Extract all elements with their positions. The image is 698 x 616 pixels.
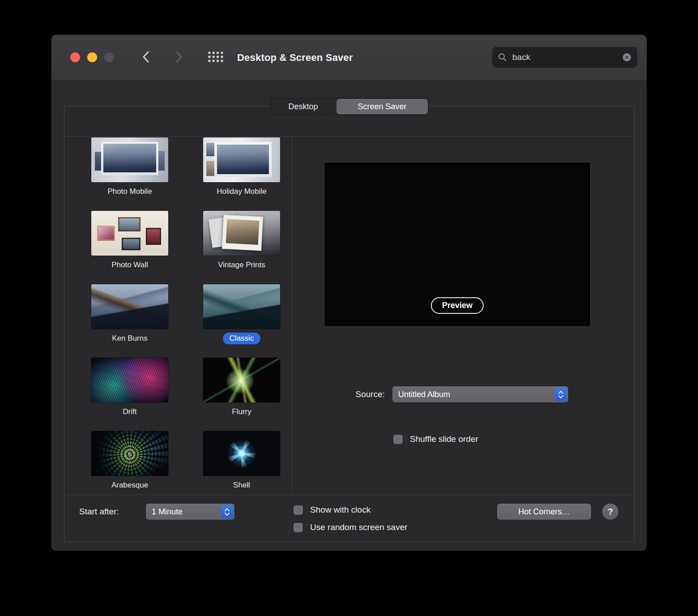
shuffle-checkbox[interactable] <box>393 435 403 444</box>
holiday-mobile-thumbnail[interactable] <box>203 137 280 182</box>
show-with-clock-label[interactable]: Show with clock <box>310 505 370 515</box>
saver-label: Holiday Mobile <box>210 186 273 197</box>
source-selected-value: Untitled Album <box>398 390 450 399</box>
saver-label: Shell <box>226 479 257 491</box>
settings-window: Desktop & Screen Saver Desktop Screen Sa… <box>51 35 647 551</box>
show-with-clock-row: Show with clock <box>294 505 370 515</box>
shell-thumbnail[interactable] <box>203 431 280 476</box>
flurry-thumbnail[interactable] <box>203 358 280 402</box>
vintage-prints-thumbnail[interactable] <box>203 211 280 256</box>
use-random-checkbox[interactable] <box>294 523 303 532</box>
content-area: Photo Mobile Holiday Mobile Photo Wall V… <box>64 136 634 495</box>
popup-stepper-icon <box>555 388 567 401</box>
saver-label: Vintage Prints <box>211 259 272 271</box>
saver-label: Drift <box>116 406 143 418</box>
start-after-label: Start after: <box>79 504 119 520</box>
source-select[interactable]: Untitled Album <box>392 386 568 402</box>
search-field[interactable] <box>492 47 637 68</box>
saver-item-holiday-mobile[interactable]: Holiday Mobile <box>203 137 280 211</box>
show-with-clock-checkbox[interactable] <box>294 505 303 515</box>
saver-label: Classic <box>223 333 261 344</box>
forward-button[interactable] <box>172 51 186 64</box>
saver-list: Photo Mobile Holiday Mobile Photo Wall V… <box>64 137 292 495</box>
saver-item-arabesque[interactable]: Arabesque <box>91 431 168 495</box>
saver-item-photo-wall[interactable]: Photo Wall <box>91 211 168 284</box>
tab-desktop[interactable]: Desktop <box>270 98 336 115</box>
saver-item-drift[interactable]: Drift <box>91 358 168 431</box>
saver-grid: Photo Mobile Holiday Mobile Photo Wall V… <box>64 137 292 495</box>
photo-wall-thumbnail[interactable] <box>91 211 168 256</box>
close-button[interactable] <box>70 52 80 62</box>
use-random-row: Use random screen saver <box>294 522 408 532</box>
saver-options-pane: Preview Source: Untitled Album Shuffle s… <box>293 137 634 495</box>
saver-item-classic[interactable]: Classic <box>203 284 280 358</box>
ken-burns-thumbnail[interactable] <box>91 284 168 329</box>
start-after-selected-value: 1 Minute <box>152 507 183 517</box>
saver-label: Ken Burns <box>105 333 154 344</box>
photo-mobile-thumbnail[interactable] <box>91 137 168 182</box>
saver-item-shell[interactable]: Shell <box>203 431 280 495</box>
saver-label: Photo Wall <box>105 259 155 271</box>
saver-label: Flurry <box>225 406 258 418</box>
saver-item-vintage-prints[interactable]: Vintage Prints <box>203 211 280 284</box>
hot-corners-button[interactable]: Hot Corners… <box>497 504 591 520</box>
back-button[interactable] <box>139 51 153 64</box>
saver-label: Photo Mobile <box>101 186 158 197</box>
tab-screen-saver[interactable]: Screen Saver <box>336 99 428 114</box>
help-button[interactable]: ? <box>602 504 618 520</box>
arabesque-thumbnail[interactable] <box>91 431 168 476</box>
use-random-label[interactable]: Use random screen saver <box>310 522 408 532</box>
minimize-button[interactable] <box>87 52 97 62</box>
view-tabs: Desktop Screen Saver <box>270 98 429 115</box>
preview-button[interactable]: Preview <box>431 297 484 314</box>
saver-item-flurry[interactable]: Flurry <box>203 358 280 431</box>
source-label: Source: <box>293 386 385 402</box>
zoom-button[interactable] <box>104 52 114 62</box>
titlebar: Desktop & Screen Saver <box>51 35 647 81</box>
chevron-right-icon <box>174 51 184 65</box>
grid-icon <box>208 51 224 65</box>
chevron-left-icon <box>141 51 151 65</box>
drift-thumbnail[interactable] <box>91 358 168 402</box>
saver-item-photo-mobile[interactable]: Photo Mobile <box>91 137 168 211</box>
start-after-select[interactable]: 1 Minute <box>146 504 234 520</box>
show-all-button[interactable] <box>207 51 224 64</box>
classic-thumbnail[interactable] <box>203 284 280 329</box>
saver-label: Arabesque <box>105 479 155 491</box>
screen-saver-panel: Photo Mobile Holiday Mobile Photo Wall V… <box>64 106 634 542</box>
clear-search-button[interactable] <box>622 52 632 62</box>
popup-stepper-icon <box>221 505 233 518</box>
page-title: Desktop & Screen Saver <box>237 35 353 81</box>
saver-item-ken-burns[interactable]: Ken Burns <box>91 284 168 358</box>
shuffle-label[interactable]: Shuffle slide order <box>410 434 478 444</box>
traffic-lights <box>70 52 114 62</box>
shuffle-row: Shuffle slide order <box>393 434 478 444</box>
search-icon <box>498 52 507 62</box>
search-input[interactable] <box>511 52 618 63</box>
preview-area: Preview <box>324 162 591 327</box>
